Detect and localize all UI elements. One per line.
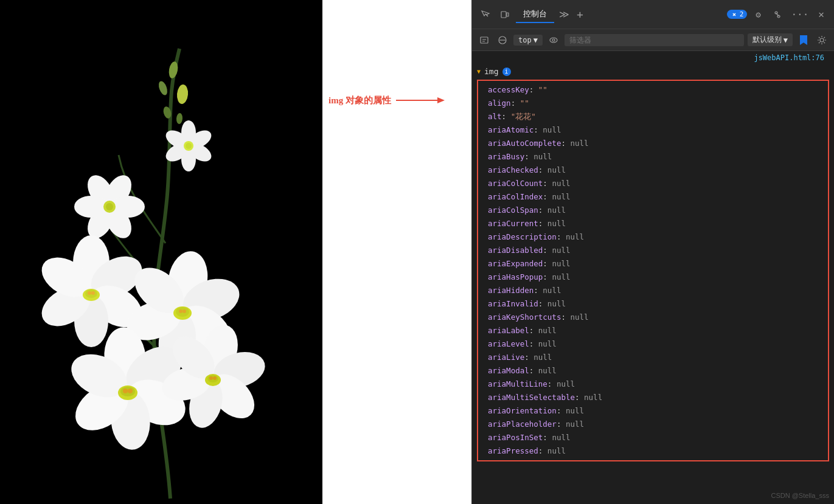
more-tabs-icon[interactable]: ≫ [557,6,572,22]
properties-container: accessKey: "" align: "" alt: "花花" ariaAt… [477,80,829,461]
clear-console-icon[interactable] [477,33,492,47]
prop-ariaExpanded: ariaExpanded: null [478,257,828,271]
svg-point-41 [182,309,186,313]
info-icon: i [502,67,511,76]
svg-point-30 [88,291,91,295]
annotation-arrow [396,94,445,106]
prop-ariaChecked: ariaChecked: null [478,164,828,177]
settings-icon[interactable]: ⚙ [749,6,766,23]
svg-point-74 [820,38,824,42]
expand-triangle: ▼ [477,68,481,75]
prop-ariaDisabled: ariaDisabled: null [478,244,828,257]
svg-point-50 [123,388,128,393]
inspect-element-icon[interactable] [477,6,494,23]
prop-ariaOrientation: ariaOrientation: null [478,404,828,418]
prop-ariaHasPopup: ariaHasPopup: null [478,271,828,284]
annotation: img 对象的属性 [328,94,445,106]
img-header-row[interactable]: ▼ img i [472,64,834,78]
more-options-dots[interactable]: ··· [788,6,811,22]
svg-point-61 [213,376,217,380]
eye-icon[interactable] [546,33,561,47]
prop-accessKey: accessKey: "" [478,83,828,97]
prop-ariaMultiLine: ariaMultiLine: null [478,378,828,391]
img-label: img [484,67,498,76]
devtools-panel: 控制台 ≫ + 2 ⚙ ··· ✕ [471,0,834,504]
prop-ariaHidden: ariaHidden: null [478,284,828,297]
gear-icon[interactable] [815,33,829,47]
prop-ariaInvalid: ariaInvalid: null [478,297,828,311]
prop-ariaPosInSet: ariaPosInSet: null [478,431,828,444]
console-content[interactable]: ▼ img i accessKey: "" align: "" alt: "花花… [472,64,834,504]
console-area: ▼ img i accessKey: "" align: "" alt: "花花… [472,64,834,504]
prop-ariaLive: ariaLive: null [478,351,828,364]
svg-point-31 [91,291,95,295]
prop-ariaMultiSelectable: ariaMultiSelectable: null [478,391,828,404]
file-reference[interactable]: jsWebAPI.html:76 [472,51,834,64]
prop-ariaKeyShortcuts: ariaKeyShortcuts: null [478,311,828,324]
prop-ariaBusy: ariaBusy: null [478,150,828,164]
prop-ariaAutoComplete: ariaAutoComplete: null [478,137,828,150]
left-panel: img 对象的属性 [0,0,471,504]
prop-align: align: "" [478,97,828,110]
white-area [322,0,471,504]
svg-point-19 [74,196,108,218]
prop-ariaLabel: ariaLabel: null [478,324,828,337]
filter-input[interactable] [565,34,744,46]
svg-point-73 [552,39,555,41]
svg-rect-69 [481,37,488,43]
devtools-second-toolbar: top ▼ 默认级别 ▼ [472,29,834,51]
prop-ariaColCount: ariaColCount: null [478,177,828,190]
svg-rect-64 [501,12,506,18]
log-level-selector[interactable]: 默认级别 ▼ [748,33,793,46]
prop-ariaAtomic: ariaAtomic: null [478,123,828,137]
annotation-text: img 对象的属性 [328,95,391,106]
close-devtools-button[interactable]: ✕ [813,6,829,22]
prop-ariaPlaceholder: ariaPlaceholder: null [478,418,828,431]
svg-point-13 [186,143,192,149]
bookmark-icon[interactable] [796,33,811,47]
prop-ariaColIndex: ariaColIndex: null [478,190,828,204]
customize-icon[interactable] [769,6,786,23]
prop-ariaPressed: ariaPressed: null [478,444,828,458]
svg-point-40 [179,309,182,313]
prop-ariaColSpan: ariaColSpan: null [478,204,828,217]
svg-point-39 [176,307,189,317]
prop-ariaLevel: ariaLevel: null [478,337,828,351]
prop-ariaModal: ariaModal: null [478,364,828,378]
svg-point-49 [120,387,135,396]
prop-ariaCurrent: ariaCurrent: null [478,217,828,230]
console-tab[interactable]: 控制台 [516,6,554,23]
no-entry-icon[interactable] [495,33,510,47]
svg-point-59 [207,375,218,382]
devtools-top-toolbar: 控制台 ≫ + 2 ⚙ ··· ✕ [472,0,834,29]
flower-image [0,0,322,504]
svg-point-21 [106,203,113,210]
svg-marker-63 [437,97,445,103]
watermark: CSDN @Stella_sss [771,492,829,499]
prop-alt: alt: "花花" [478,110,828,123]
svg-point-60 [209,376,213,380]
device-mode-icon[interactable] [496,6,513,23]
svg-point-51 [128,388,133,393]
context-selector[interactable]: top ▼ [513,35,543,46]
error-badge[interactable]: 2 [727,10,748,19]
svg-point-29 [85,289,97,298]
svg-rect-65 [507,13,509,16]
prop-ariaDescription: ariaDescription: null [478,230,828,244]
new-tab-icon[interactable]: + [574,5,586,23]
svg-point-72 [550,38,557,43]
